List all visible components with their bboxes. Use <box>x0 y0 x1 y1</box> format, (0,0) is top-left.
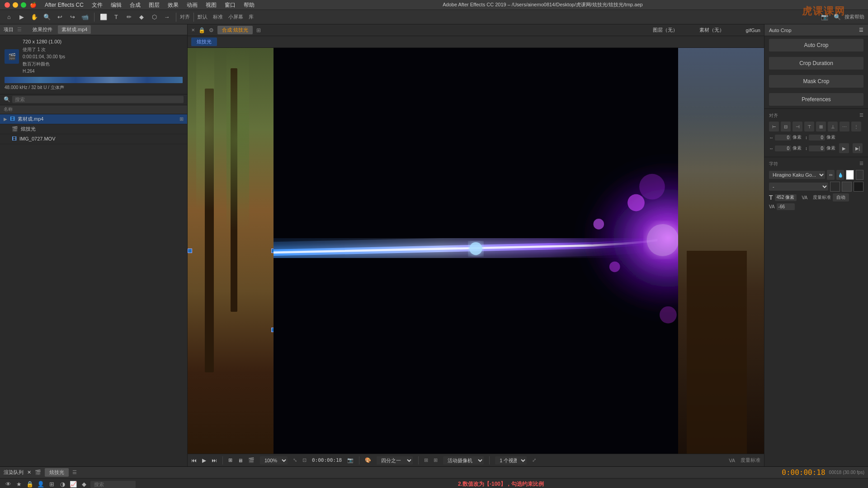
tl-solo-toggle[interactable]: ★ <box>14 480 24 488</box>
search-button[interactable]: 🔍 <box>832 12 843 23</box>
help-menu[interactable]: 帮助 <box>240 0 258 10</box>
playback-btn[interactable]: ▶ <box>839 143 849 153</box>
window-menu[interactable]: 窗口 <box>221 0 239 10</box>
char-expand-icon[interactable]: ☰ <box>859 161 863 167</box>
search-input[interactable] <box>12 96 184 103</box>
step-btn[interactable]: ▶| <box>853 143 863 153</box>
roto-tool[interactable]: → <box>161 12 172 23</box>
crop-duration-button[interactable]: Crop Duration <box>769 57 863 70</box>
align-center-h-btn[interactable]: ⊟ <box>781 122 791 131</box>
list-item[interactable]: 🎞 IMG_0727.MOV <box>0 134 187 144</box>
color-preview[interactable] <box>830 182 840 192</box>
dist-v-btn[interactable]: ⋮ <box>851 122 861 131</box>
tl-lock-toggle[interactable]: 🔒 <box>25 480 34 488</box>
margin-input-2[interactable] <box>809 135 825 141</box>
timeline-time-display[interactable]: 0:00:00:18 <box>782 468 825 477</box>
tl-add-mark[interactable]: ◆ <box>80 480 89 488</box>
tl-frame-blend[interactable]: ⊞ <box>47 480 56 488</box>
expand-icon[interactable]: ▶ <box>4 117 7 122</box>
hand-tool[interactable]: ✋ <box>29 12 40 23</box>
animation-menu[interactable]: 动画 <box>183 0 201 10</box>
edit-menu[interactable]: 编辑 <box>107 0 125 10</box>
tl-settings-icon[interactable]: ☰ <box>72 469 77 475</box>
comp-tab[interactable]: 合成 炫技光 <box>217 26 253 34</box>
grid-icon[interactable]: ⊞ <box>179 116 184 122</box>
minimize-button[interactable] <box>13 2 18 8</box>
auto-crop-button[interactable]: Auto Crop <box>769 39 863 52</box>
align-bottom-btn[interactable]: ⊥ <box>828 122 838 131</box>
shape-tool[interactable]: ◆ <box>136 12 147 23</box>
margin-input-3[interactable] <box>775 145 791 151</box>
font-bg-swatch[interactable] <box>856 170 863 180</box>
composition-menu[interactable]: 合成 <box>126 0 144 10</box>
stroke-preview[interactable] <box>842 182 852 192</box>
preferences-button[interactable]: Preferences <box>769 93 863 106</box>
close-button[interactable] <box>5 2 10 8</box>
viewer-controls: ⏮ ▶ ⏭ ⊞ 🖥 🎬 100% 50% 200% ⤡ ⊡ 0:00:00:18… <box>188 454 764 466</box>
text-tool[interactable]: T <box>111 12 122 23</box>
camera-select[interactable]: 活动摄像机 <box>443 456 484 465</box>
align-center-v-btn[interactable]: ⊞ <box>816 122 826 131</box>
tl-close-icon[interactable]: ✕ <box>27 469 31 475</box>
tl-graph-edit[interactable]: 📈 <box>69 480 78 488</box>
effects-tab[interactable]: 效果控件 <box>29 25 56 34</box>
eyedropper-btn[interactable]: 💧 <box>836 170 844 180</box>
panel-menu-icon[interactable]: ☰ <box>859 27 863 33</box>
name-col-label: 名称 <box>4 106 13 113</box>
tl-motion-blur[interactable]: ◑ <box>58 480 67 488</box>
fullscreen-button[interactable] <box>21 2 26 8</box>
font-style-select[interactable]: - <box>769 183 828 191</box>
font-size-input[interactable] <box>775 194 797 201</box>
view-menu[interactable]: 视图 <box>202 0 220 10</box>
apple-menu[interactable]: 🍎 <box>26 0 40 10</box>
list-item[interactable]: ▶ 🎞 素材成.mp4 ⊞ <box>0 114 187 124</box>
play-button[interactable]: ▶ <box>16 12 27 23</box>
align-top-btn[interactable]: ⊤ <box>804 122 814 131</box>
align-expand-icon[interactable]: ☰ <box>859 113 863 119</box>
margin-input-4[interactable] <box>809 145 825 151</box>
camera-tool[interactable]: 📹 <box>80 12 90 23</box>
tl-shy-toggle[interactable]: 👤 <box>36 480 45 488</box>
list-item[interactable]: 🎬 炫技光 <box>0 124 187 134</box>
play-stop-button[interactable]: ▶ <box>202 457 206 464</box>
margin-input-1[interactable] <box>775 135 791 141</box>
home-button[interactable]: ⌂ <box>4 12 14 23</box>
timeline-search[interactable] <box>90 481 136 488</box>
next-frame-button[interactable]: ⏭ <box>212 457 217 464</box>
screenshot-button[interactable]: 📷 <box>819 12 830 23</box>
window-controls[interactable] <box>5 2 26 8</box>
rect-tool[interactable]: ⬜ <box>98 12 109 23</box>
file-menu[interactable]: 文件 <box>88 0 106 10</box>
prev-frame-button[interactable]: ⏮ <box>191 457 197 464</box>
app-menu[interactable]: After Effects CC <box>41 0 87 10</box>
auto-button[interactable]: 自动 <box>833 193 849 202</box>
view-count-select[interactable]: 1 个视图 <box>495 456 527 465</box>
handle-left[interactable] <box>188 249 192 253</box>
font-family-select[interactable]: Hiragino Kaku Go... <box>769 171 825 179</box>
list-icon[interactable]: ☰ <box>17 27 22 33</box>
comp-timeline-tab[interactable]: 炫技光 <box>45 468 69 477</box>
close-icon[interactable]: ✕ <box>191 28 195 33</box>
effect-menu[interactable]: 效果 <box>164 0 182 10</box>
align-left-btn[interactable]: ⊢ <box>769 122 779 131</box>
炫技光-tab[interactable]: 炫技光 <box>191 38 217 46</box>
align-right-btn[interactable]: ⊣ <box>793 122 802 131</box>
redo-button[interactable]: ↪ <box>67 12 78 23</box>
assets-tab[interactable]: 素材成.mp4 <box>58 25 91 34</box>
font-color-swatch[interactable] <box>846 170 854 180</box>
tracking-input[interactable] <box>777 203 795 210</box>
outline-preview[interactable] <box>854 182 863 192</box>
puppet-tool[interactable]: ⬡ <box>149 12 160 23</box>
expand-icon2[interactable]: ⤢ <box>532 457 536 463</box>
undo-button[interactable]: ↩ <box>54 12 65 23</box>
dist-h-btn[interactable]: ⋯ <box>840 122 849 131</box>
tl-eye-toggle[interactable]: 👁 <box>4 480 13 488</box>
pen-tool[interactable]: ✏ <box>123 12 134 23</box>
quality-select[interactable]: 四分之一 二分之一 完整 <box>377 456 413 465</box>
zoom-select[interactable]: 100% 50% 200% <box>260 456 288 465</box>
zoom-tool[interactable]: 🔍 <box>42 12 52 23</box>
mask-crop-button[interactable]: Mask Crop <box>769 75 863 88</box>
edit-font-btn[interactable]: ✏ <box>827 170 835 180</box>
comp-settings-icon[interactable]: ⊞ <box>256 27 261 33</box>
layer-menu[interactable]: 图层 <box>145 0 163 10</box>
